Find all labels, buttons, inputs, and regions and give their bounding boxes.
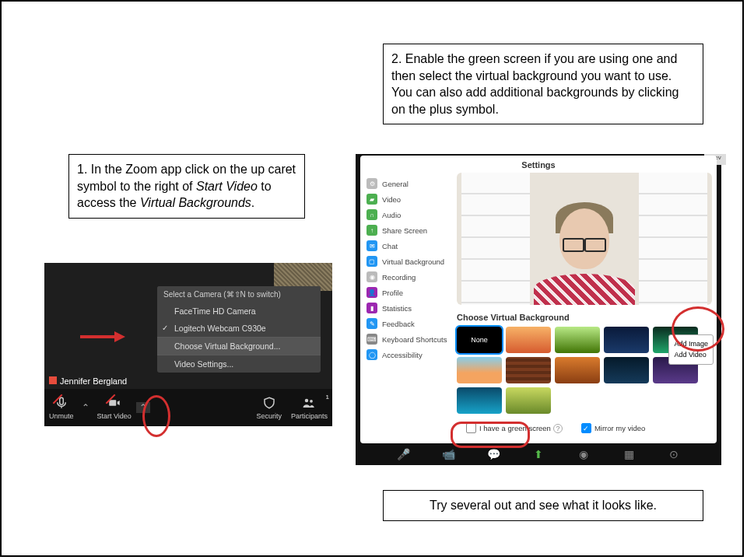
- profile-icon: 👤: [366, 287, 377, 298]
- sidebar-item-virtual-background[interactable]: ▢Virtual Background: [360, 254, 454, 269]
- menu-header: Select a Camera (⌘⇧N to switch): [157, 286, 321, 303]
- sidebar-item-feedback[interactable]: ✎Feedback: [360, 316, 454, 331]
- record-icon[interactable]: ◉: [577, 448, 590, 460]
- mirror-video-checkbox[interactable]: ✓ Mirror my video: [581, 423, 645, 433]
- zoom-controls-toolbar: Unmute ⌃ Start Video ⌃ Security: [44, 389, 332, 426]
- svg-point-2: [305, 399, 309, 403]
- start-video-button[interactable]: Start Video: [93, 395, 136, 420]
- menu-item-video-settings[interactable]: Video Settings...: [157, 355, 321, 373]
- menu-item-camera-facetime[interactable]: FaceTime HD Camera: [157, 303, 321, 320]
- settings-sidebar: ⚙General ▰Video ∩Audio ↑Share Screen ✉Ch…: [360, 173, 454, 443]
- annotation-circle-add: [672, 306, 724, 352]
- virtual-background-icon: ▢: [366, 256, 377, 267]
- sidebar-item-statistics[interactable]: ▮Statistics: [360, 300, 454, 316]
- sidebar-item-accessibility[interactable]: ◯Accessibility: [360, 347, 454, 362]
- background-thumb-none[interactable]: None: [457, 327, 502, 353]
- sidebar-item-profile[interactable]: 👤Profile: [360, 285, 454, 300]
- zoom-settings-panel: prev Settings ⚙General ▰Video ∩Audio ↑Sh…: [356, 154, 721, 465]
- video-options-menu: Select a Camera (⌘⇧N to switch) FaceTime…: [157, 286, 321, 373]
- menu-item-choose-virtual-background[interactable]: Choose Virtual Background...: [157, 338, 321, 355]
- apps-icon[interactable]: ▦: [622, 448, 635, 460]
- sidebar-item-keyboard-shortcuts[interactable]: ⌨Keyboard Shortcuts: [360, 331, 454, 347]
- bookshelf-left: [461, 173, 530, 305]
- background-thumb-nightsky[interactable]: [604, 357, 649, 383]
- sidebar-item-recording[interactable]: ◉Recording: [360, 269, 454, 285]
- participant-count-badge: 1: [326, 394, 329, 401]
- background-thumb-grass[interactable]: [555, 327, 600, 353]
- security-button[interactable]: Security: [251, 395, 286, 420]
- svg-rect-0: [60, 397, 64, 404]
- chat-icon[interactable]: 💬: [487, 448, 500, 460]
- background-thumb-earth[interactable]: [604, 327, 649, 353]
- share-screen-icon: ↑: [366, 225, 377, 236]
- background-thumb-field[interactable]: [506, 387, 551, 414]
- participants-button[interactable]: 1 Participants: [286, 395, 332, 420]
- bookshelf-right: [639, 173, 707, 305]
- video-icon: ▰: [366, 194, 377, 205]
- glasses: [563, 238, 606, 250]
- svg-point-3: [310, 400, 314, 403]
- background-thumb-canyon[interactable]: [555, 357, 600, 383]
- annotation-circle-caret: [142, 395, 170, 437]
- sidebar-item-audio[interactable]: ∩Audio: [360, 207, 454, 222]
- video-off-icon: [107, 395, 122, 411]
- chat-icon: ✉: [366, 240, 377, 251]
- annotation-circle-greenscreen: [451, 422, 530, 448]
- settings-title: Settings: [360, 156, 717, 171]
- info-icon: ?: [553, 424, 563, 433]
- background-thumb-brick[interactable]: [506, 357, 551, 383]
- callout-tryout: Try several out and see what it looks li…: [383, 490, 703, 521]
- callout-step-2: 2. Enable the green screen if you are us…: [383, 44, 703, 124]
- gear-icon: ⚙: [366, 178, 377, 189]
- audio-options-caret[interactable]: ⌃: [79, 402, 93, 413]
- keyboard-icon: ⌨: [366, 334, 377, 345]
- sidebar-item-general[interactable]: ⚙General: [360, 176, 454, 191]
- more-icon[interactable]: ⊙: [668, 448, 680, 460]
- video-icon[interactable]: 📹: [442, 448, 454, 460]
- zoom-toolbar-panel: Select a Camera (⌘⇧N to switch) FaceTime…: [44, 263, 332, 426]
- mic-icon[interactable]: 🎤: [397, 448, 409, 460]
- statistics-icon: ▮: [366, 303, 377, 313]
- sidebar-item-video[interactable]: ▰Video: [360, 191, 454, 207]
- settings-content: Choose Virtual Background None: [457, 173, 712, 443]
- zoom-main-toolbar: 🎤 📹 💬 ⬆ ◉ ▦ ⊙: [356, 443, 721, 465]
- callout-step-1: 1. In the Zoom app click on the up caret…: [68, 154, 305, 219]
- svg-rect-1: [109, 400, 116, 406]
- callout-step-2-text: 2. Enable the green screen if you are us…: [391, 52, 679, 116]
- background-thumb-teal[interactable]: [457, 387, 502, 414]
- share-icon[interactable]: ⬆: [532, 448, 545, 460]
- checkbox-checked-icon: ✓: [581, 423, 591, 433]
- add-video-option[interactable]: Add Video: [674, 349, 708, 360]
- participants-icon: [301, 395, 317, 411]
- unmute-button[interactable]: Unmute: [44, 395, 79, 420]
- background-thumb-beach[interactable]: [457, 357, 502, 383]
- sidebar-item-share-screen[interactable]: ↑Share Screen: [360, 222, 454, 238]
- microphone-muted-icon: [54, 395, 69, 411]
- shield-icon: [261, 395, 277, 411]
- accessibility-icon: ◯: [366, 349, 377, 360]
- sidebar-item-chat[interactable]: ✉Chat: [360, 238, 454, 254]
- video-preview: [457, 173, 712, 305]
- background-thumb-bridge[interactable]: [506, 327, 551, 353]
- menu-item-camera-logitech[interactable]: Logitech Webcam C930e: [157, 320, 321, 337]
- recording-icon: ◉: [366, 271, 377, 282]
- presenter-name: Jennifer Bergland: [49, 376, 127, 386]
- feedback-icon: ✎: [366, 318, 377, 329]
- audio-icon: ∩: [366, 209, 377, 220]
